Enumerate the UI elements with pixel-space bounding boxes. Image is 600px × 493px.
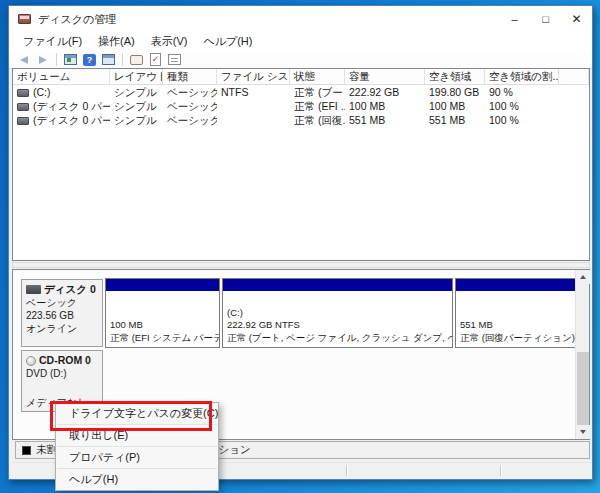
- column-header-type[interactable]: 種類: [163, 69, 217, 84]
- table-row[interactable]: (C:) シンプル ベーシック NTFS 正常 (ブート... 222.92 G…: [13, 85, 589, 99]
- volume-icon: [17, 117, 29, 125]
- scroll-down-icon[interactable]: [576, 425, 590, 439]
- close-button[interactable]: ✕: [561, 6, 592, 32]
- toolbar-separator: [56, 53, 57, 66]
- table-row[interactable]: (ディスク 0 パーティシ... シンプル ベーシック 正常 (回復... 55…: [13, 113, 589, 127]
- status-bar-divider: [500, 465, 501, 476]
- window-title: ディスクの管理: [38, 12, 116, 27]
- menu-help[interactable]: ヘルプ(H): [195, 32, 260, 51]
- cd-icon: [26, 356, 36, 366]
- minimize-button[interactable]: –: [499, 6, 530, 32]
- pane-splitter[interactable]: [12, 262, 590, 268]
- volume-list-header: ボリューム レイアウト 種類 ファイル システム 状態 容量 空き領域 空き領域…: [13, 69, 589, 85]
- toolbar: ? ✓: [9, 51, 592, 69]
- desktop-background: ディスクの管理 – □ ✕ ファイル(F) 操作(A) 表示(V) ヘルプ(H)…: [0, 0, 600, 493]
- cdrom-drive-letter: DVD (D:): [26, 367, 100, 380]
- toolbar-separator: [122, 53, 123, 66]
- scroll-up-icon[interactable]: [576, 270, 590, 284]
- disk0-header[interactable]: ディスク 0 ベーシック 223.56 GB オンライン: [21, 279, 103, 347]
- disk0-type: ベーシック: [26, 296, 100, 309]
- check-document-icon[interactable]: ✓: [147, 52, 164, 67]
- column-header-free-pct[interactable]: 空き領域の割...: [485, 69, 559, 84]
- partition-color-bar: [223, 279, 452, 293]
- console-window-icon[interactable]: [100, 52, 117, 67]
- column-header-free[interactable]: 空き領域: [425, 69, 485, 84]
- partition-size: 222.92 GB NTFS: [227, 319, 448, 332]
- menu-item-properties[interactable]: プロパティ(P): [56, 447, 218, 468]
- annotation-red-box: [50, 401, 212, 431]
- title-bar: ディスクの管理 – □ ✕: [9, 6, 592, 32]
- menu-view[interactable]: 表示(V): [143, 32, 196, 51]
- vertical-scrollbar[interactable]: [575, 270, 589, 439]
- partition-status: 正常 (回復パーティション): [460, 332, 571, 345]
- partition-efi[interactable]: 100 MB 正常 (EFI システム パーティション): [105, 278, 220, 348]
- menu-bar: ファイル(F) 操作(A) 表示(V) ヘルプ(H): [9, 32, 592, 51]
- column-header-capacity[interactable]: 容量: [345, 69, 425, 84]
- back-icon[interactable]: [15, 52, 32, 67]
- partition-size: 100 MB: [110, 319, 215, 332]
- menu-file[interactable]: ファイル(F): [15, 32, 90, 51]
- menu-item-help[interactable]: ヘルプ(H): [56, 469, 218, 490]
- forward-icon[interactable]: [34, 52, 51, 67]
- partition-status: 正常 (ブート, ページ ファイル, クラッシュ ダンプ, ベーシック データ …: [227, 332, 448, 345]
- column-header-filesystem[interactable]: ファイル システム: [217, 69, 290, 84]
- disk-icon: [26, 285, 41, 294]
- partition-c[interactable]: (C:) 222.92 GB NTFS 正常 (ブート, ページ ファイル, ク…: [222, 278, 453, 348]
- partition-color-bar: [456, 279, 575, 293]
- disk-management-app-icon: [18, 14, 31, 24]
- partition-color-bar: [106, 279, 219, 293]
- maximize-button[interactable]: □: [530, 6, 561, 32]
- help-icon[interactable]: ?: [81, 52, 98, 67]
- column-header-volume[interactable]: ボリューム: [13, 69, 110, 84]
- legend-swatch-black: [22, 446, 31, 455]
- volume-icon: [17, 89, 29, 97]
- disk0-size: 223.56 GB: [26, 309, 100, 322]
- menu-action[interactable]: 操作(A): [90, 32, 143, 51]
- disk0-status: オンライン: [26, 322, 100, 335]
- volume-icon: [17, 103, 29, 111]
- column-header-layout[interactable]: レイアウト: [110, 69, 163, 84]
- partition-status: 正常 (EFI システム パーティション): [110, 332, 215, 345]
- popup-menu-icon[interactable]: [128, 52, 145, 67]
- properties-icon[interactable]: [166, 52, 183, 67]
- console-tree-icon[interactable]: [62, 52, 79, 67]
- status-bar-divider: [346, 465, 347, 476]
- partition-size: 551 MB: [460, 319, 571, 332]
- column-header-stub: [559, 69, 589, 84]
- table-row[interactable]: (ディスク 0 パーティシ... シンプル ベーシック 正常 (EFI ... …: [13, 99, 589, 113]
- column-header-status[interactable]: 状態: [290, 69, 345, 84]
- partition-recovery[interactable]: 551 MB 正常 (回復パーティション): [455, 278, 576, 348]
- scrollbar-thumb[interactable]: [577, 352, 589, 428]
- volume-list: ボリューム レイアウト 種類 ファイル システム 状態 容量 空き領域 空き領域…: [12, 68, 590, 261]
- partition-name: (C:): [227, 307, 448, 320]
